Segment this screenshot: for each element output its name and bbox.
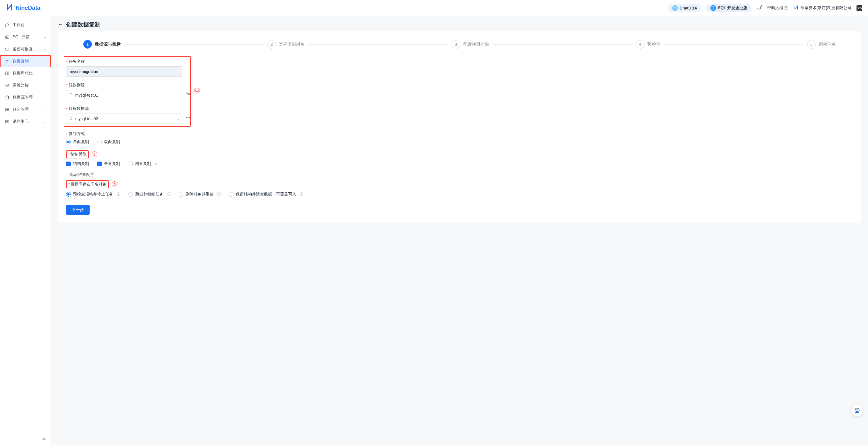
notification-dot-icon [761, 5, 762, 7]
chevron-up-icon: ⌃ [96, 173, 98, 177]
source-datasource-select[interactable]: mysql-test01 ⌄ [66, 90, 182, 100]
refresh-target-button[interactable] [185, 116, 190, 121]
svg-rect-7 [6, 108, 7, 110]
terminal-icon [5, 35, 10, 39]
notifications-button[interactable] [756, 5, 762, 11]
sidebar: 工作台 SQL 开发 ⌄ 备份与恢复 ⌄ 数据复制 ⌄ 数据库对比 ⌄ 运维监控… [0, 16, 51, 445]
chevron-down-icon: ⌄ [44, 84, 46, 87]
brand-name: NineData [16, 5, 40, 11]
same-name-precheck-radio[interactable]: 预检查报错并停止任务 ⓘ [66, 192, 120, 197]
svg-rect-15 [855, 410, 855, 411]
source-datasource-value: mysql-test01 [75, 93, 175, 97]
language-icon: 文A [857, 6, 862, 10]
sidebar-item-data-copy[interactable]: 数据复制 ⌄ [0, 55, 51, 67]
target-datasource-value: mysql-test02 [75, 116, 175, 121]
annotation-box-2: *复制类型 [66, 150, 89, 158]
radio-label: 预检查报错并停止任务 [73, 192, 113, 197]
help-doc-link[interactable]: 帮助文档 [767, 5, 788, 11]
help-icon[interactable]: ⓘ [217, 192, 221, 197]
sidebar-item-ops-monitor[interactable]: 运维监控 ⌄ [0, 79, 51, 91]
language-switch-button[interactable]: 文A [857, 5, 862, 11]
copy-mode-oneway-radio[interactable]: 单向复制 [66, 140, 89, 145]
step-label: 配置映射对象 [463, 42, 489, 47]
database-mini-icon [69, 116, 73, 121]
target-prep-toggle[interactable]: 目标表准备配置 ⌃ [66, 172, 853, 177]
copy-type-incr-checkbox[interactable]: 增量复制 ⚙ [128, 161, 158, 167]
checkbox-icon [66, 161, 71, 166]
refresh-icon [185, 116, 190, 121]
chevron-down-icon: ⌄ [44, 60, 46, 63]
task-name-label: *任务名称 [66, 59, 195, 64]
copy-type-full-checkbox[interactable]: 全量复制 [97, 161, 120, 167]
radio-icon [128, 192, 133, 197]
checkbox-icon [97, 161, 102, 166]
sidebar-item-label: 数据复制 [13, 59, 41, 64]
sidebar-item-messages[interactable]: 消息中心 ⌄ [0, 116, 51, 128]
sidebar-item-workbench[interactable]: 工作台 [0, 19, 51, 31]
chevron-down-icon: ⌄ [177, 117, 179, 120]
brand-logo[interactable]: NineData [6, 3, 40, 12]
step-divider [125, 44, 264, 44]
radio-label: 双向复制 [104, 140, 120, 145]
radio-label: 单向复制 [73, 140, 89, 145]
compare-icon [5, 71, 10, 76]
step-1[interactable]: 1 数据源与目标 [83, 40, 121, 49]
svg-rect-8 [7, 108, 9, 110]
sidebar-item-backup[interactable]: 备份与恢复 ⌄ [0, 43, 51, 55]
task-name-input[interactable] [66, 66, 182, 77]
sql-enterprise-button[interactable]: SQL 开发企业版 [706, 4, 751, 12]
help-icon[interactable]: ⓘ [300, 192, 303, 197]
checkbox-label: 增量复制 [135, 161, 151, 167]
back-button[interactable]: ← [58, 22, 63, 28]
checkbox-label: 结构复制 [73, 161, 89, 167]
step-4[interactable]: 4 预检查 [636, 40, 660, 49]
step-label: 启动任务 [818, 42, 836, 47]
step-3[interactable]: 3 配置映射对象 [452, 40, 489, 49]
chatdba-button[interactable]: AI ChatDBA [668, 4, 701, 12]
same-name-keep-radio[interactable]: 保留结构并清空数据，再覆盖写入 ⓘ [229, 192, 303, 197]
step-label: 预检查 [647, 42, 660, 47]
help-icon[interactable]: ⓘ [117, 192, 120, 197]
support-float-button[interactable] [851, 405, 863, 416]
svg-point-12 [70, 93, 72, 94]
refresh-source-button[interactable] [185, 93, 190, 98]
copy-type-label: 复制类型 [70, 152, 87, 157]
wizard-steps: 1 数据源与目标 2 选择复制对象 3 配置映射对象 4 预检查 [66, 38, 853, 49]
next-step-button[interactable]: 下一步 [66, 205, 90, 215]
sidebar-item-sql-dev[interactable]: SQL 开发 ⌄ [0, 31, 51, 43]
step-number: 3 [452, 40, 460, 49]
step-divider [493, 44, 632, 44]
copy-type-struct-checkbox[interactable]: 结构复制 [66, 161, 89, 167]
copy-mode-twoway-radio[interactable]: 双向复制 [97, 140, 120, 145]
svg-rect-16 [859, 410, 860, 411]
sidebar-item-account[interactable]: 账户管理 ⌄ [0, 103, 51, 116]
sidebar-collapse-button[interactable] [0, 432, 51, 445]
help-icon[interactable]: ⓘ [167, 192, 170, 197]
step-label: 数据源与目标 [95, 42, 121, 47]
sidebar-item-label: 运维监控 [13, 83, 41, 88]
same-name-skip-radio[interactable]: 跳过并继续任务 ⓘ [128, 192, 170, 197]
chatdba-label: ChatDBA [680, 6, 697, 10]
copy-mode-label: *复制方式 [66, 131, 853, 137]
radio-icon [66, 140, 71, 144]
gear-icon[interactable]: ⚙ [155, 162, 158, 166]
step-number: 4 [636, 40, 645, 49]
target-datasource-label: *目标数据源 [66, 106, 195, 111]
sidebar-item-datasource[interactable]: 数据源管理 ⌄ [0, 91, 51, 103]
annotation-1: ① [194, 88, 200, 93]
target-prep-label: 目标表准备配置 [66, 172, 94, 177]
step-2[interactable]: 2 选择复制对象 [268, 40, 305, 49]
same-name-drop-radio[interactable]: 删除对象并重建 ⓘ [179, 192, 221, 197]
radio-label: 跳过并继续任务 [135, 192, 163, 197]
svg-point-13 [70, 117, 72, 118]
grid-icon [5, 107, 10, 112]
annotation-3: ③ [112, 181, 118, 187]
company-selector[interactable]: 玖章算术(浙江)科技有限公司 [794, 5, 851, 11]
sidebar-item-db-compare[interactable]: 数据库对比 ⌄ [0, 67, 51, 79]
step-5[interactable]: 5 启动任务 [807, 40, 836, 49]
company-name: 玖章算术(浙江)科技有限公司 [801, 5, 851, 11]
svg-rect-9 [6, 110, 7, 111]
sidebar-item-label: 备份与恢复 [13, 47, 41, 52]
refresh-icon [185, 93, 190, 98]
target-datasource-select[interactable]: mysql-test02 ⌄ [66, 114, 182, 124]
